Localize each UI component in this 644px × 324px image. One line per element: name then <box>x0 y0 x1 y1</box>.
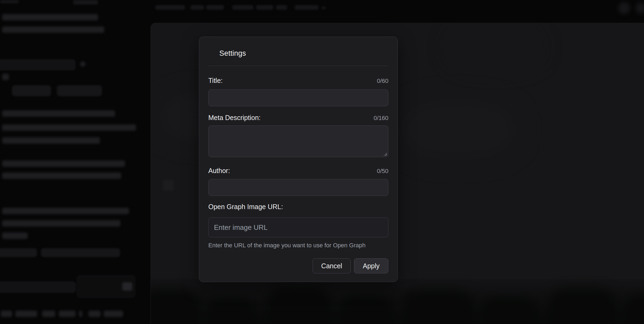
dialog-button-row: Cancel Apply <box>208 258 388 273</box>
cancel-button[interactable]: Cancel <box>313 258 351 273</box>
title-label: Title: <box>208 77 223 84</box>
og-image-url-input[interactable] <box>208 217 388 237</box>
divider <box>208 66 388 66</box>
author-label: Author: <box>208 167 230 175</box>
meta-description-char-counter: 0/160 <box>374 115 388 122</box>
author-input[interactable] <box>208 179 388 196</box>
og-image-url-label: Open Graph Image URL: <box>208 203 283 211</box>
settings-dialog: Settings Title: 0/60 Meta Description: 0… <box>199 37 398 282</box>
title-input[interactable] <box>208 89 388 106</box>
dialog-title: Settings <box>219 49 388 58</box>
author-char-counter: 0/50 <box>377 168 388 175</box>
app-window: Settings Title: 0/60 Meta Description: 0… <box>0 0 644 324</box>
og-image-helper-text: Enter the URL of the image you want to u… <box>208 242 388 249</box>
apply-button[interactable]: Apply <box>354 258 388 273</box>
meta-description-label: Meta Description: <box>208 114 261 122</box>
title-char-counter: 0/60 <box>377 78 388 84</box>
meta-description-textarea[interactable] <box>208 125 388 157</box>
